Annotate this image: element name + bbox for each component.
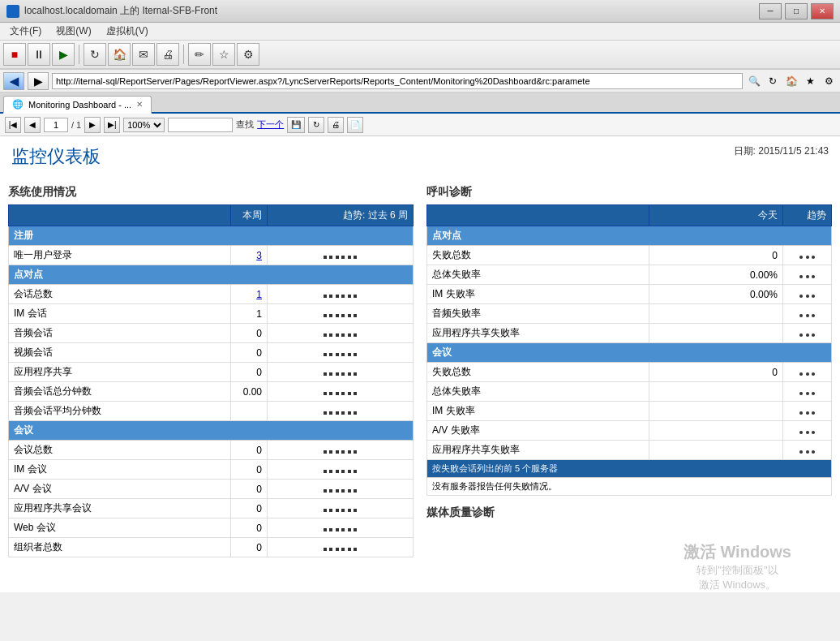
call-diagnostics-title: 呼叫诊断 bbox=[426, 185, 832, 200]
table-cell-trend bbox=[783, 246, 832, 265]
tab-monitoring[interactable]: 🌐 Monitoring Dashboard - ... ✕ bbox=[3, 96, 152, 114]
table-row: 音频会话平均分钟数 bbox=[9, 402, 231, 421]
table-cell-trend bbox=[268, 246, 414, 265]
window-title-text: localhost.localdomain 上的 Iternal-SFB-Fro… bbox=[24, 4, 217, 18]
refresh-button[interactable]: ↻ bbox=[84, 43, 106, 66]
zoom-select[interactable]: 100% 75% 50% 150% bbox=[123, 118, 165, 132]
table-cell-val: 0 bbox=[231, 538, 268, 557]
table-cell-val: 0 bbox=[231, 363, 268, 382]
tools-button[interactable]: ⚙ bbox=[237, 43, 259, 66]
layout-button[interactable]: 📄 bbox=[347, 117, 363, 133]
play-button[interactable]: ▶ bbox=[52, 43, 75, 66]
table-cell-val bbox=[649, 382, 783, 402]
table-cell-trend bbox=[268, 304, 414, 324]
report-toolbar: |◀ ◀ / 1 ▶ ▶| 100% 75% 50% 150% 查找 下一个 💾… bbox=[0, 114, 840, 136]
edit-button[interactable]: ✏ bbox=[188, 43, 211, 66]
menu-vm[interactable]: 虚拟机(V) bbox=[100, 23, 155, 40]
table-cell-val: 0 bbox=[231, 460, 268, 480]
table-row: 视频会话 bbox=[9, 343, 231, 363]
table-cell-val bbox=[649, 441, 783, 460]
window-title: localhost.localdomain 上的 Iternal-SFB-Fro… bbox=[6, 4, 217, 18]
table-row: 音频会话总分钟数 bbox=[9, 382, 231, 402]
close-button[interactable]: ✕ bbox=[811, 3, 834, 19]
find-label: 查找 bbox=[236, 118, 254, 131]
favorites-icon[interactable]: ★ bbox=[802, 73, 818, 89]
cd-col-header-today: 今天 bbox=[649, 205, 783, 226]
table-cell-trend bbox=[783, 402, 832, 421]
print-button[interactable]: 🖨 bbox=[156, 43, 179, 66]
home-button[interactable]: 🏠 bbox=[108, 43, 131, 66]
table-cell-trend bbox=[783, 382, 832, 402]
address-input[interactable] bbox=[52, 73, 743, 89]
table-row: 会议总数 bbox=[9, 441, 231, 460]
minimize-button[interactable]: ─ bbox=[759, 3, 782, 19]
table-row: 应用程序共享会议 bbox=[9, 499, 231, 518]
window-controls: ─ □ ✕ bbox=[759, 3, 834, 19]
table-row: 会话总数 bbox=[9, 285, 231, 304]
refresh-icon[interactable]: ↻ bbox=[765, 73, 781, 89]
tabbar: 🌐 Monitoring Dashboard - ... ✕ bbox=[0, 92, 840, 114]
table-row: 应用程序共享失败率 bbox=[427, 324, 649, 343]
table-row: A/V 失败率 bbox=[427, 421, 649, 441]
find-input[interactable] bbox=[168, 118, 233, 132]
last-page-button[interactable]: ▶| bbox=[104, 117, 120, 133]
print-report-button[interactable]: 🖨 bbox=[328, 117, 344, 133]
back-button[interactable]: ◀ bbox=[3, 72, 24, 90]
table-cell-trend bbox=[783, 285, 832, 304]
table-cell-val: 1 bbox=[231, 304, 268, 324]
pause-button[interactable]: ⏸ bbox=[28, 43, 50, 66]
table-row: 失败总数 bbox=[427, 246, 649, 265]
table-cell-val: 0 bbox=[231, 499, 268, 518]
table-cell-val: 0.00 bbox=[231, 382, 268, 402]
fav-button[interactable]: ☆ bbox=[212, 43, 235, 66]
menu-view[interactable]: 视图(W) bbox=[49, 23, 97, 40]
address-icons: 🔍 ↻ 🏠 ★ ⚙ bbox=[746, 73, 837, 89]
call-diagnostics-section: 呼叫诊断 今天 趋势 点对点 失败总数 0 总体失败率 0 bbox=[426, 185, 832, 557]
window-icon bbox=[6, 5, 19, 18]
next-page-button[interactable]: ▶ bbox=[84, 117, 101, 133]
table-row: 应用程序共享失败率 bbox=[427, 441, 649, 460]
report-date: 日期: 2015/11/5 21:43 bbox=[734, 144, 829, 158]
table-cell-val: 0 bbox=[649, 363, 783, 382]
tab-icon: 🌐 bbox=[12, 99, 24, 110]
addressbar: ◀ ▶ 🔍 ↻ 🏠 ★ ⚙ bbox=[0, 70, 840, 92]
tab-close-button[interactable]: ✕ bbox=[136, 100, 143, 109]
page-number-input[interactable] bbox=[44, 118, 68, 132]
call-diagnostics-table: 今天 趋势 点对点 失败总数 0 总体失败率 0.00% bbox=[426, 204, 832, 496]
browser-toolbar: ■ ⏸ ▶ ↻ 🏠 ✉ 🖨 ✏ ☆ ⚙ bbox=[0, 41, 840, 70]
first-page-button[interactable]: |◀ bbox=[5, 117, 21, 133]
menubar: 文件(F) 视图(W) 虚拟机(V) bbox=[0, 23, 840, 41]
table-cell-val: 1 bbox=[231, 285, 268, 304]
find-next-button[interactable]: 下一个 bbox=[257, 118, 284, 131]
table-cell-val: 3 bbox=[231, 246, 268, 265]
system-usage-title: 系统使用情况 bbox=[8, 185, 414, 200]
mail-button[interactable]: ✉ bbox=[132, 43, 155, 66]
menu-file[interactable]: 文件(F) bbox=[3, 23, 48, 40]
forward-button[interactable]: ▶ bbox=[28, 72, 49, 90]
table-row: 失败总数 bbox=[427, 363, 649, 382]
prev-page-button[interactable]: ◀ bbox=[24, 117, 41, 133]
table-cell-val bbox=[649, 324, 783, 343]
table-cell-val: 0.00% bbox=[649, 265, 783, 285]
refresh-report-button[interactable]: ↻ bbox=[308, 117, 324, 133]
table-cell-val bbox=[649, 402, 783, 421]
table-row: 总体失败率 bbox=[427, 382, 649, 402]
table-cell-val: 0 bbox=[231, 343, 268, 363]
table-row: 音频失败率 bbox=[427, 304, 649, 324]
table-row: IM 失败率 bbox=[427, 402, 649, 421]
search-icon[interactable]: 🔍 bbox=[746, 73, 762, 89]
table-cell-val: 0 bbox=[231, 324, 268, 343]
stop-button[interactable]: ■ bbox=[3, 43, 26, 66]
maximize-button[interactable]: □ bbox=[785, 3, 808, 19]
table-cell-trend bbox=[268, 324, 414, 343]
export-button[interactable]: 💾 bbox=[287, 117, 305, 133]
home-icon[interactable]: 🏠 bbox=[783, 73, 799, 89]
settings-icon[interactable]: ⚙ bbox=[821, 73, 837, 89]
media-quality-title: 媒体质量诊断 bbox=[426, 505, 832, 520]
tab-label: Monitoring Dashboard - ... bbox=[28, 100, 131, 110]
toolbar-separator-1 bbox=[79, 45, 79, 64]
table-row: 总体失败率 bbox=[427, 265, 649, 285]
report-title: 监控仪表板 bbox=[11, 144, 101, 169]
table-cell-val bbox=[649, 421, 783, 441]
table-cell-trend bbox=[783, 324, 832, 343]
